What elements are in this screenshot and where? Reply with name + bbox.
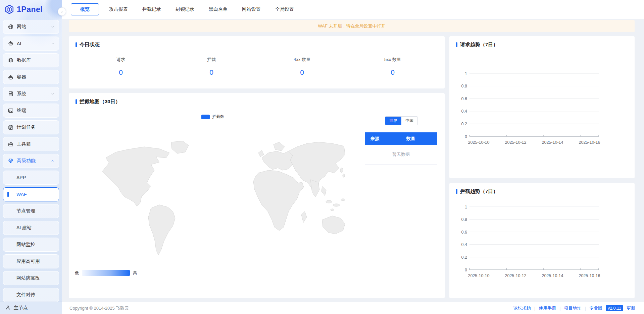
sidebar-subitem-app-ha[interactable]: 应用高可用 bbox=[3, 254, 59, 268]
svg-text:2025-10-10: 2025-10-10 bbox=[468, 273, 490, 278]
terminal-icon bbox=[7, 107, 14, 114]
svg-text:0.2: 0.2 bbox=[461, 255, 467, 259]
footer-link-forum-help[interactable]: 论坛求助 bbox=[513, 305, 531, 311]
svg-text:2025-10-16: 2025-10-16 bbox=[579, 140, 600, 145]
sidebar-collapse-button[interactable]: ‹ bbox=[58, 7, 66, 16]
sidebar-item-cron[interactable]: 计划任务 bbox=[3, 120, 59, 134]
separator: | bbox=[585, 306, 586, 311]
svg-text:2025-10-16: 2025-10-16 bbox=[579, 273, 600, 278]
sidebar-subitem-app[interactable]: APP bbox=[3, 171, 59, 185]
tab-overview[interactable]: 概览 bbox=[71, 3, 99, 15]
tab-block-records[interactable]: 拦截记录 bbox=[142, 6, 161, 12]
gradient-bar bbox=[82, 270, 130, 276]
version-badge[interactable]: v2.0.11 bbox=[606, 305, 623, 311]
sidebar-item-label: 网站 bbox=[17, 24, 48, 30]
sidebar-subitem-label: 节点管理 bbox=[16, 208, 35, 214]
stat-value: 0 bbox=[76, 68, 166, 76]
svg-text:0.2: 0.2 bbox=[461, 121, 467, 126]
block-map-card: 拦截地图（30日） 拦截数 世界中国 来源数量 暂无数据 bbox=[69, 93, 445, 298]
separator: | bbox=[534, 306, 535, 311]
database-icon bbox=[7, 57, 14, 64]
footer-link-update[interactable]: 更新 bbox=[627, 305, 635, 311]
sidebar-item-system[interactable]: 系统 bbox=[3, 87, 59, 101]
block-trend-title: 拦截趋势（7日） bbox=[456, 188, 628, 195]
current-node-selector[interactable]: 主节点 bbox=[0, 302, 62, 314]
request-trend-chart: 00.20.40.60.812025-10-102025-10-122025-1… bbox=[456, 48, 628, 173]
brand-logo[interactable]: 1 1Panel bbox=[0, 0, 62, 19]
content-area: WAF 未开启，请在全局设置中打开 今日状态 请求0拦截04xx 数量05xx … bbox=[62, 19, 644, 302]
svg-text:0.8: 0.8 bbox=[461, 84, 467, 88]
sidebar-item-terminal[interactable]: 终端 bbox=[3, 104, 59, 118]
stat-label: 拦截 bbox=[166, 57, 257, 63]
tab-black-white-list[interactable]: 黑白名单 bbox=[209, 6, 228, 12]
container-icon bbox=[7, 74, 14, 80]
block-trend-card: 拦截趋势（7日） 00.20.40.60.812025-10-102025-10… bbox=[449, 183, 635, 298]
sidebar-subitem-site-monitor[interactable]: 网站监控 bbox=[3, 238, 59, 252]
waf-tab-bar: 概览攻击报表拦截记录封锁记录黑白名单网站设置全局设置 bbox=[62, 0, 644, 19]
warning-text: WAF 未开启，请在全局设置中打开 bbox=[318, 23, 385, 29]
sidebar-item-ai[interactable]: AI bbox=[3, 37, 59, 51]
svg-text:1: 1 bbox=[465, 204, 467, 209]
brand-name: 1Panel bbox=[17, 5, 43, 14]
svg-text:1: 1 bbox=[8, 7, 11, 12]
svg-text:2025-10-14: 2025-10-14 bbox=[542, 140, 563, 145]
sidebar-subitem-tamper-proof[interactable]: 网站防篡改 bbox=[3, 271, 59, 285]
footer-link-project-repo[interactable]: 项目地址 bbox=[564, 305, 582, 311]
svg-text:2025-10-12: 2025-10-12 bbox=[505, 140, 527, 145]
sidebar-item-toolbox[interactable]: 工具箱 bbox=[3, 137, 59, 151]
sidebar-subitem-file-transfer[interactable]: 文件对传 bbox=[3, 288, 59, 302]
stat-5xx 数量: 5xx 数量0 bbox=[347, 57, 438, 76]
separator: | bbox=[559, 306, 560, 311]
sidebar-item-containers[interactable]: 容器 bbox=[3, 70, 59, 84]
sidebar-subitem-label: 应用高可用 bbox=[16, 258, 40, 264]
stat-请求: 请求0 bbox=[76, 57, 166, 76]
sidebar-subitem-nodes[interactable]: 节点管理 bbox=[3, 204, 59, 218]
svg-text:2025-10-12: 2025-10-12 bbox=[505, 273, 527, 278]
schedule-icon bbox=[7, 124, 14, 131]
tab-global-settings[interactable]: 全局设置 bbox=[275, 6, 294, 12]
block-map-title: 拦截地图（30日） bbox=[76, 99, 438, 105]
table-header-cell: 数量 bbox=[401, 136, 437, 142]
stat-label: 请求 bbox=[76, 57, 166, 63]
svg-text:0.4: 0.4 bbox=[461, 242, 467, 247]
sidebar-subitem-label: 网站监控 bbox=[16, 242, 35, 248]
svg-text:0: 0 bbox=[465, 267, 467, 272]
toggle-world-button[interactable]: 世界 bbox=[385, 117, 401, 125]
request-trend-title: 请求趋势（7日） bbox=[456, 42, 628, 48]
sidebar-item-database[interactable]: 数据库 bbox=[3, 53, 59, 67]
stat-value: 0 bbox=[347, 68, 438, 76]
stat-4xx 数量: 4xx 数量0 bbox=[257, 57, 347, 76]
footer-link-manual[interactable]: 使用手册 bbox=[539, 305, 556, 311]
sidebar-item-label: 容器 bbox=[17, 74, 55, 80]
map-gradient-legend: 低 高 bbox=[75, 270, 137, 276]
toggle-china-button[interactable]: 中国 bbox=[401, 117, 417, 125]
robot-icon bbox=[7, 40, 14, 47]
sidebar-subitem-label: WAF bbox=[16, 192, 27, 197]
world-china-toggle: 世界中国 bbox=[385, 116, 418, 125]
sidebar-item-label: 工具箱 bbox=[17, 141, 55, 147]
world-map[interactable] bbox=[101, 139, 346, 263]
title-accent-bar bbox=[456, 42, 457, 47]
svg-text:0.6: 0.6 bbox=[461, 230, 467, 234]
current-node-label: 主节点 bbox=[14, 305, 28, 311]
globe-icon bbox=[7, 23, 14, 30]
chevron-down-icon bbox=[51, 42, 55, 46]
sidebar-subitem-label: AI 建站 bbox=[16, 225, 32, 231]
sidebar-subitem-waf[interactable]: WAF bbox=[3, 187, 59, 201]
sidebar-item-websites[interactable]: 网站 bbox=[3, 20, 59, 34]
sidebar-subitem-label: 文件对传 bbox=[16, 292, 35, 298]
request-trend-card: 请求趋势（7日） 00.20.40.60.812025-10-102025-10… bbox=[449, 36, 635, 178]
svg-text:0.8: 0.8 bbox=[461, 217, 467, 222]
tab-site-settings[interactable]: 网站设置 bbox=[242, 6, 261, 12]
table-empty-state: 暂无数据 bbox=[365, 145, 437, 164]
sidebar-item-advanced[interactable]: 高级功能 bbox=[3, 154, 59, 168]
main-area: 概览攻击报表拦截记录封锁记录黑白名单网站设置全局设置 WAF 未开启，请在全局设… bbox=[62, 0, 644, 314]
sidebar-item-label: AI bbox=[17, 41, 48, 46]
user-icon bbox=[5, 305, 11, 311]
svg-text:1: 1 bbox=[465, 71, 467, 76]
chevron-down-icon bbox=[51, 92, 55, 96]
tab-lock-records[interactable]: 封锁记录 bbox=[176, 6, 194, 12]
tab-attack-report[interactable]: 攻击报表 bbox=[109, 6, 128, 12]
sidebar-subitem-ai-site[interactable]: AI 建站 bbox=[3, 221, 59, 235]
footer-link-pro-edition[interactable]: 专业版 bbox=[589, 305, 602, 311]
